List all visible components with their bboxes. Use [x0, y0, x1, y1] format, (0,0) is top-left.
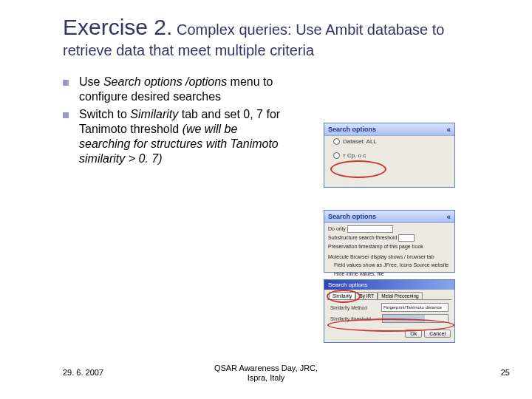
- panel1-opt2: т Ср. о с: [343, 152, 366, 159]
- slide-number: 25: [501, 368, 510, 377]
- bullet-icon: [63, 80, 69, 86]
- panel3-title-text: Search options: [328, 282, 367, 288]
- footer-center: QSAR Awareness Day, JRC, Ispra, Italy: [0, 364, 532, 383]
- search-options-dialog: Search options Similarity By IRT Metal P…: [324, 279, 455, 343]
- search-options-panel-small: Search options « Dataset: ALL т Ср. о с: [324, 123, 455, 188]
- collapse-icon: «: [446, 213, 451, 221]
- footer-line2: Ispra, Italy: [248, 373, 285, 382]
- list-item: Switch to Similarity tab and set 0, 7 fo…: [63, 107, 288, 166]
- collapse-icon: «: [446, 126, 451, 134]
- bullet-text: Switch to Similarity tab and set 0, 7 fo…: [79, 107, 288, 166]
- p2-r4c: Hide inline values, file: [334, 271, 384, 276]
- bullet-icon: [63, 112, 69, 118]
- search-options-panel-medium: Search options « Do only Substructure se…: [324, 210, 455, 273]
- bullet-list: Use Search options /options menu to conf…: [63, 75, 288, 166]
- bullet-text: Use Search options /options menu to conf…: [79, 75, 288, 104]
- field: [398, 234, 415, 242]
- highlight-oval-icon: [327, 290, 361, 303]
- cancel-button[interactable]: Cancel: [424, 330, 451, 338]
- p2-r4a: Molecule Browser display shows / browser…: [328, 254, 434, 259]
- panel2-title-text: Search options: [328, 213, 376, 220]
- panel1-opt1: Dataset: ALL: [343, 138, 377, 145]
- similarity-method-label: Similarity Method: [330, 305, 381, 310]
- title-exercise: Exercise 2.: [63, 15, 172, 39]
- similarity-method-field[interactable]: Fingerprint/Tanimoto distance: [381, 303, 449, 312]
- p2-r1: Do only: [328, 226, 346, 231]
- radio-icon: [333, 138, 340, 145]
- panel1-option-2: т Ср. о с: [333, 152, 454, 159]
- panel1-titlebar: Search options «: [324, 123, 454, 136]
- panel1-option-dataset: Dataset: ALL: [333, 138, 454, 145]
- highlight-oval-icon: [330, 160, 386, 178]
- panel2-titlebar: Search options «: [324, 211, 454, 223]
- p2-r3: Preservation timestamp of this page book: [328, 244, 423, 249]
- radio-icon: [333, 152, 340, 159]
- highlight-oval-icon: [327, 318, 454, 332]
- p2-r2: Substructure search threshold: [328, 235, 397, 240]
- p2-r4b: Field values show as JFree, Icons Source…: [334, 262, 449, 267]
- panel2-body: Do only Substructure search threshold Pr…: [324, 223, 454, 281]
- footer-line1: QSAR Awareness Day, JRC,: [214, 364, 318, 372]
- list-item: Use Search options /options menu to conf…: [63, 75, 288, 104]
- panel3-titlebar: Search options: [324, 280, 454, 290]
- field: [347, 225, 393, 233]
- panel1-title-text: Search options: [328, 126, 376, 133]
- slide-title: Exercise 2. Complex queries: Use Ambit d…: [63, 13, 495, 60]
- tab-metal[interactable]: Metal Preceening: [378, 292, 423, 299]
